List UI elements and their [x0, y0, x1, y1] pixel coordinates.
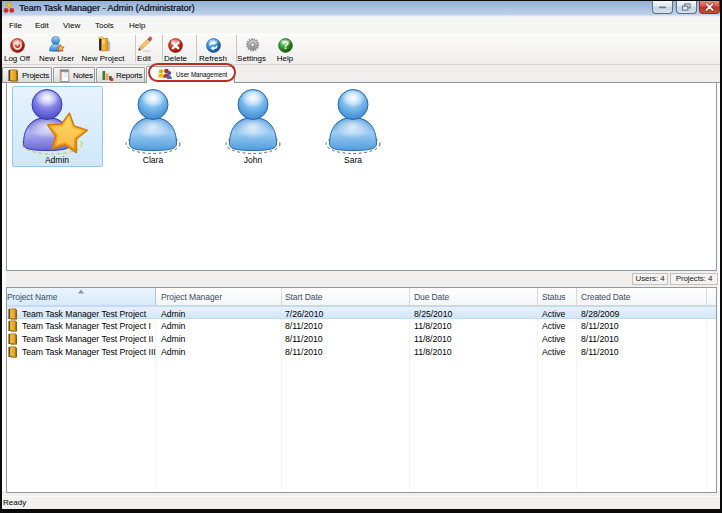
svg-text:?: ?: [282, 39, 289, 51]
